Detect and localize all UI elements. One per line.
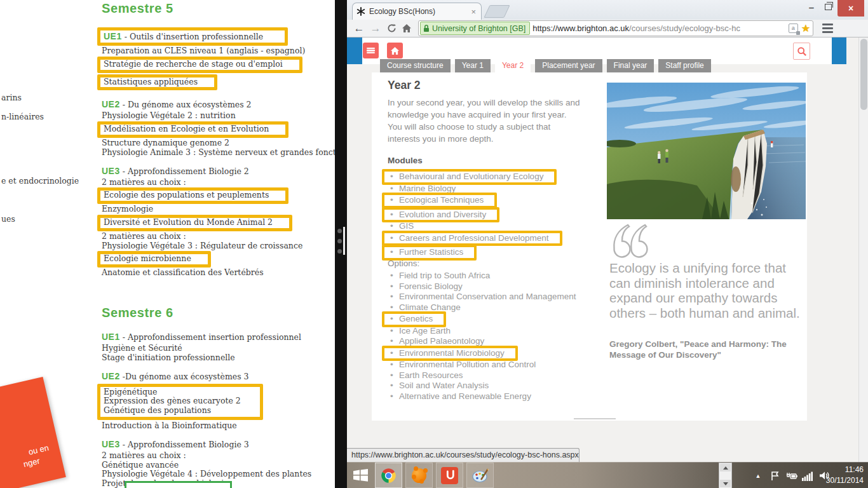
module-item[interactable]: •Careers and Professional Development — [382, 231, 562, 247]
minimize-button[interactable]: – — [803, 0, 820, 14]
options-heading: Options: — [388, 259, 419, 268]
page-scroll-thumb[interactable] — [860, 39, 867, 110]
search-icon — [797, 46, 807, 57]
module-item[interactable]: •Evolution and Diversity — [382, 207, 499, 223]
option-item-label: Field trip to South Africa — [399, 271, 490, 280]
site-tab-course-structure[interactable]: Course structure — [380, 59, 451, 72]
module-item-label: GIS — [399, 221, 414, 231]
window-controls: – × — [803, 0, 864, 17]
course-line: Ecologie microbienne — [97, 251, 211, 268]
option-item[interactable]: •Genetics — [382, 311, 446, 327]
split-divider[interactable] — [335, 0, 347, 488]
site-tab-year-2[interactable]: Year 2 — [495, 59, 531, 72]
semester-title: Semestre 5 — [102, 1, 335, 16]
site-viewport: Course structureYear 1Year 2Placement ye… — [347, 37, 868, 462]
close-button[interactable]: × — [837, 0, 864, 17]
bullet-icon: • — [390, 348, 393, 359]
unit-code: UE3 — [102, 166, 120, 176]
site-menu-button[interactable] — [363, 43, 379, 58]
option-item[interactable]: •Environmental Microbiology — [382, 346, 518, 362]
unit-heading: UE3 - Approfondissement Biologie 3 — [102, 438, 335, 450]
windows-logo-icon — [353, 468, 369, 482]
option-item[interactable]: •Ice Age Earth — [388, 326, 578, 337]
bookmark-star-icon[interactable]: ★ — [801, 22, 810, 34]
taskbar-red-app-button[interactable] — [436, 463, 463, 488]
browser-tab[interactable]: Ecology BSc(Hons) × — [352, 3, 482, 20]
taskbar-clock[interactable]: 11:46 30/11/2014 — [811, 464, 867, 486]
omnibox[interactable]: University of Brighton [GB] https://www.… — [418, 20, 813, 36]
site-home-button[interactable] — [387, 43, 403, 58]
course-line: Expression des gènes eucaryote 2 — [104, 396, 241, 406]
back-button[interactable]: ← — [351, 22, 367, 35]
divider-handle[interactable] — [343, 227, 345, 255]
unit-heading: UE2 - Du génome aux écosystèmes 2 — [102, 98, 335, 110]
site-search-button[interactable] — [793, 43, 810, 60]
bullet-icon: • — [390, 210, 393, 220]
course-line: Modélisation en Ecologie et en Evolution — [97, 121, 288, 138]
option-item-label: Climate Change — [399, 302, 461, 312]
unit-heading: UE1 - Outils d'insertion professionnelle — [97, 27, 288, 46]
taskbar-chrome-button[interactable] — [375, 463, 402, 488]
option-item-label: Soil and Water Analysis — [399, 381, 489, 390]
option-item[interactable]: •Environmental Pollution and Control — [388, 360, 578, 370]
course-line: 2 matières au choix : — [102, 178, 335, 187]
house-icon — [390, 46, 400, 55]
bullet-icon: • — [390, 292, 393, 302]
option-item[interactable]: •Field trip to South Africa — [388, 271, 578, 281]
option-item[interactable]: •Earth Resources — [388, 370, 578, 381]
year2-content-card: Year 2 In your second year, you will dev… — [372, 72, 807, 421]
new-tab-button[interactable] — [484, 5, 510, 18]
unit-code: UE3 — [102, 439, 120, 449]
unit-code: UE2 — [102, 371, 120, 381]
option-item[interactable]: •Environmental Conservation and Manageme… — [388, 292, 578, 302]
margin-text-fragment: ues — [1, 214, 15, 224]
scroll-down-icon[interactable] — [720, 480, 731, 487]
action-center-flag-icon[interactable] — [766, 471, 783, 481]
course-line: Anatomie et classification des Vertébrés — [102, 268, 335, 278]
screenshot-root: arinsn-linéairese et endocrinologieues S… — [0, 0, 868, 488]
browser-titlebar: Ecology BSc(Hons) × – × — [347, 0, 868, 20]
module-item[interactable]: •Behavioural and Evolutionary Ecology — [382, 169, 557, 185]
unit-subtitle: - Approfondissement Biologie 3 — [120, 440, 249, 449]
red-app-icon — [441, 467, 458, 484]
hidden-icons-arrow[interactable]: ▲ — [750, 473, 766, 479]
site-tab-placement-year[interactable]: Placement year — [535, 59, 602, 72]
scroll-up-icon[interactable] — [720, 464, 731, 471]
bullet-icon: • — [390, 370, 393, 381]
taskbar-avast-button[interactable] — [405, 463, 433, 488]
page-scrollbar[interactable] — [858, 37, 868, 462]
option-item-label: Environmental Microbiology — [399, 348, 505, 358]
ev-security-chip[interactable]: University of Brighton [GB] — [420, 22, 530, 35]
option-item-label: Forensic Biology — [399, 281, 463, 291]
restore-button[interactable] — [820, 0, 836, 14]
module-item[interactable]: •Further Statistics — [382, 245, 477, 261]
tab-close-icon[interactable]: × — [470, 8, 477, 16]
taskbar-paint-button[interactable] — [466, 463, 494, 488]
home-icon — [402, 24, 412, 33]
site-tab-staff-profile[interactable]: Staff profile — [658, 59, 710, 72]
url-host: www.brighton.ac.uk — [557, 24, 629, 33]
unit-code: UE1 — [102, 332, 120, 342]
option-item-label: Ice Age Earth — [399, 326, 451, 336]
forward-button[interactable]: → — [367, 22, 384, 35]
quote-mark-icon — [609, 222, 656, 262]
taskbar-scrollbar-fragment[interactable] — [719, 463, 732, 488]
module-item[interactable]: •Ecological Techniques — [382, 193, 497, 208]
course-line: Physiologie Végétale 4 : Développement d… — [102, 470, 335, 479]
divider-grip-icon[interactable] — [337, 229, 342, 259]
chrome-menu-button[interactable] — [820, 24, 835, 33]
bullet-icon: • — [390, 271, 393, 281]
option-item[interactable]: •Forensic Biology — [388, 281, 578, 292]
home-button[interactable] — [399, 24, 414, 33]
course-line: Structure dynamique genome 2 — [102, 139, 335, 148]
site-tab-year-1[interactable]: Year 1 — [455, 59, 491, 72]
site-tab-final-year[interactable]: Final year — [607, 59, 654, 72]
power-battery-icon[interactable] — [783, 471, 799, 480]
translate-icon[interactable]: a — [789, 24, 798, 33]
reload-button[interactable] — [384, 24, 399, 33]
start-button[interactable] — [348, 463, 372, 488]
course-line: Physiologie Végétale 2 : nutrition — [102, 111, 335, 121]
option-item[interactable]: •Alternative and Renewable Energy — [388, 391, 578, 402]
url-text[interactable]: https://www.brighton.ac.uk/courses/study… — [532, 24, 788, 33]
option-item[interactable]: •Soil and Water Analysis — [388, 381, 578, 391]
